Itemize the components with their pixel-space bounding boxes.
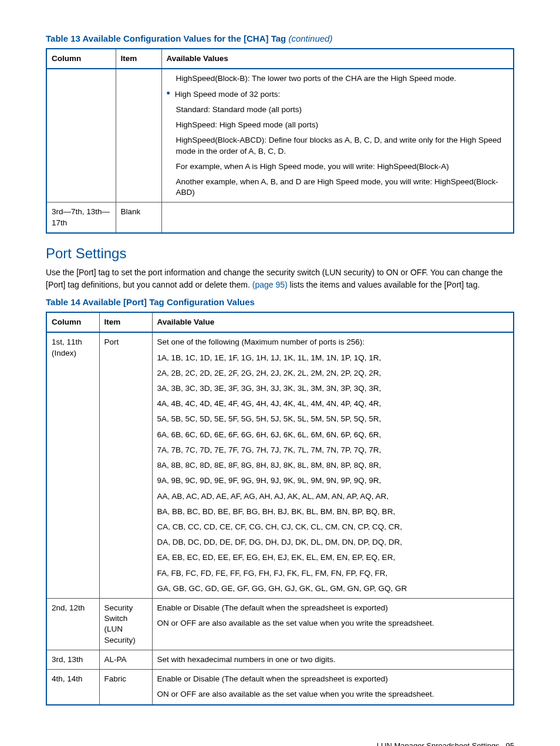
cell-values: Enable or Disable (The default when the …: [152, 670, 514, 705]
value-line: AA, AB, AC, AD, AE, AF, AG, AH, AJ, AK, …: [157, 491, 509, 502]
value-line: Enable or Disable (The default when the …: [157, 603, 509, 613]
value-line: 2A, 2B, 2C, 2D, 2E, 2F, 2G, 2H, 2J, 2K, …: [157, 368, 509, 379]
value-line: DA, DB, DC, DD, DE, DF, DG, DH, DJ, DK, …: [157, 537, 509, 548]
page-link[interactable]: (page 95): [252, 280, 288, 289]
table13: Column Item Available Values HighSpeed(B…: [46, 48, 514, 234]
value-line: ON or OFF are also available as the set …: [157, 689, 509, 700]
value-line: 6A, 6B, 6C, 6D, 6E, 6F, 6G, 6H, 6J, 6K, …: [157, 430, 509, 440]
value-line: Another example, when A, B, and D are Hi…: [167, 177, 509, 198]
cell-item: Blank: [116, 202, 161, 233]
cell-values: [161, 202, 514, 233]
cell-column: 3rd, 13th: [46, 650, 99, 669]
cell-item: AL-PA: [99, 650, 152, 669]
table-row: 3rd, 13th AL-PA Set with hexadecimal num…: [46, 650, 514, 669]
value-line: Set one of the following (Maximum number…: [157, 337, 509, 347]
table13-caption: Table 13 Available Configuration Values …: [46, 33, 514, 45]
value-line: 4A, 4B, 4C, 4D, 4E, 4F, 4G, 4H, 4J, 4K, …: [157, 399, 509, 409]
value-line: For example, when A is High Speed mode, …: [167, 161, 509, 172]
value-line: Set with hexadecimal numbers in one or t…: [157, 654, 509, 665]
para-text-b: lists the items and values available for…: [288, 280, 480, 289]
value-line: ON or OFF are also available as the set …: [157, 618, 509, 629]
bullet-icon: •: [167, 89, 175, 100]
cell-column: 3rd—7th, 13th—17th: [46, 202, 116, 233]
cell-values: Enable or Disable (The default when the …: [152, 599, 514, 650]
cell-values: Set one of the following (Maximum number…: [152, 332, 514, 598]
value-line: 5A, 5B, 5C, 5D, 5E, 5F, 5G, 5H, 5J, 5K, …: [157, 414, 509, 424]
cell-column: 1st, 11th (Index): [46, 332, 99, 598]
value-line: 8A, 8B, 8C, 8D, 8E, 8F, 8G, 8H, 8J, 8K, …: [157, 460, 509, 471]
value-line: HighSpeed(Block-B): The lower two ports …: [167, 73, 509, 84]
cell-item: [116, 69, 161, 202]
value-line: 3A, 3B, 3C, 3D, 3E, 3F, 3G, 3H, 3J, 3K, …: [157, 383, 509, 394]
value-line: Enable or Disable (The default when the …: [157, 674, 509, 684]
value-line: FA, FB, FC, FD, FE, FF, FG, FH, FJ, FK, …: [157, 568, 509, 579]
table-row: HighSpeed(Block-B): The lower two ports …: [46, 69, 514, 202]
table13-continued: (continued): [288, 33, 332, 43]
table13-h-item: Item: [116, 49, 161, 69]
table14-caption: Table 14 Available [Port] Tag Configurat…: [46, 296, 514, 308]
footer-text: LUN Manager Spreadsheet Settings: [377, 741, 500, 746]
value-line: 9A, 9B, 9C, 9D, 9E, 9F, 9G, 9H, 9J, 9K, …: [157, 475, 509, 486]
table13-h-column: Column: [46, 49, 116, 69]
value-line: GA, GB, GC, GD, GE, GF, GG, GH, GJ, GK, …: [157, 583, 509, 594]
value-line: High Speed mode of 32 ports:: [175, 89, 280, 100]
table14-h-column: Column: [46, 312, 99, 332]
cell-column: 4th, 14th: [46, 670, 99, 705]
table-row: 2nd, 12th Security Switch (LUN Security)…: [46, 599, 514, 650]
table-row: 3rd—7th, 13th—17th Blank: [46, 202, 514, 233]
table14-h-value: Available Value: [152, 312, 514, 332]
value-line: CA, CB, CC, CD, CE, CF, CG, CH, CJ, CK, …: [157, 522, 509, 532]
cell-item: Port: [99, 332, 152, 598]
cell-item: Security Switch (LUN Security): [99, 599, 152, 650]
table13-h-values: Available Values: [161, 49, 514, 69]
table14: Column Item Available Value 1st, 11th (I…: [46, 312, 514, 705]
value-line: Standard: Standard mode (all ports): [167, 104, 509, 115]
table-row: 1st, 11th (Index) Port Set one of the fo…: [46, 332, 514, 598]
cell-column: [46, 69, 116, 202]
section-heading: Port Settings: [0, 244, 514, 263]
cell-item: Fabric: [99, 670, 152, 705]
value-line: HighSpeed: High Speed mode (all ports): [167, 120, 509, 130]
table-row: 4th, 14th Fabric Enable or Disable (The …: [46, 670, 514, 705]
table13-caption-text: Table 13 Available Configuration Values …: [46, 33, 286, 43]
value-line: HighSpeed(Block-ABCD): Define four block…: [167, 135, 509, 156]
value-line: 1A, 1B, 1C, 1D, 1E, 1F, 1G, 1H, 1J, 1K, …: [157, 353, 509, 363]
cell-column: 2nd, 12th: [46, 599, 99, 650]
cell-values: Set with hexadecimal numbers in one or t…: [152, 650, 514, 669]
value-line: 7A, 7B, 7C, 7D, 7E, 7F, 7G, 7H, 7J, 7K, …: [157, 445, 509, 455]
page-number: 95: [506, 741, 514, 746]
value-line: BA, BB, BC, BD, BE, BF, BG, BH, BJ, BK, …: [157, 507, 509, 517]
section-paragraph: Use the [Port] tag to set the port infor…: [46, 266, 514, 291]
value-line: EA, EB, EC, ED, EE, EF, EG, EH, EJ, EK, …: [157, 552, 509, 563]
table14-h-item: Item: [99, 312, 152, 332]
page-footer: LUN Manager Spreadsheet Settings 95: [46, 741, 514, 746]
cell-values: HighSpeed(Block-B): The lower two ports …: [161, 69, 514, 202]
